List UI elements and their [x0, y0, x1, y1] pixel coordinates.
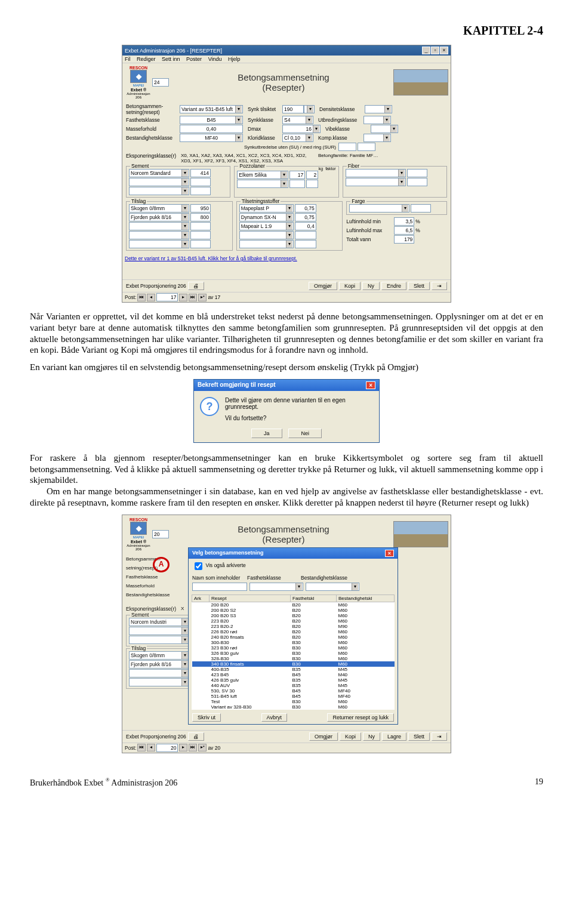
btn-ny[interactable]: Ny — [362, 282, 380, 290]
menu-rediger[interactable]: Rediger — [137, 56, 156, 62]
tilset-5[interactable] — [239, 240, 294, 248]
tilset-4v[interactable] — [295, 231, 316, 239]
bg-tilslag-4[interactable] — [129, 678, 189, 686]
nav-new[interactable]: ▸* — [198, 294, 207, 301]
bg-sement-name[interactable]: Norcem Industri — [129, 618, 189, 626]
listdlg-close-icon[interactable]: × — [385, 550, 394, 557]
sement-name2[interactable] — [129, 178, 189, 186]
fld-masse[interactable]: 0,40 — [180, 125, 243, 133]
col-fasthet[interactable]: Fasthetskl — [291, 595, 337, 602]
fld-best[interactable]: MF40 — [180, 134, 243, 142]
tilslag-1[interactable]: Skogen 0/8mm — [129, 204, 189, 212]
fld-totvann[interactable]: 179 — [394, 235, 414, 244]
btn-endre[interactable]: Endre — [381, 282, 406, 290]
menu-settinn[interactable]: Sett inn — [162, 56, 180, 62]
table-row[interactable]: 328-B30B30M60 — [192, 656, 395, 661]
col-resept[interactable]: Resept — [210, 595, 291, 602]
table-row[interactable]: 200 B20B20M60 — [192, 602, 395, 608]
nav-prev-2[interactable]: ◂ — [147, 744, 155, 751]
table-row[interactable]: 200 B20 S3B20M60 — [192, 613, 395, 618]
status-num[interactable]: 17 — [156, 293, 178, 301]
fld-sur[interactable] — [358, 143, 375, 151]
tilset-4[interactable] — [239, 231, 294, 239]
btn-avbryt[interactable]: Avbryt — [261, 713, 287, 722]
tilslag-2v[interactable]: 800 — [190, 213, 211, 221]
tilslag-5v[interactable] — [190, 240, 211, 248]
exit-icon-2[interactable]: ⇥ — [432, 732, 447, 741]
table-row[interactable]: 531-B45 luftB45MF40 — [192, 694, 395, 699]
bg-tilslag-2[interactable]: Fjorden pukk 8/16 — [129, 660, 189, 669]
bg-tilslag-1[interactable]: Skogen 0/8mm — [129, 651, 189, 660]
fld-vibe[interactable] — [371, 125, 398, 133]
table-row[interactable]: 223 B20-2B20M90 — [192, 624, 395, 629]
tilset-5v[interactable] — [295, 240, 316, 248]
btn-skrivut[interactable]: Skriv ut — [192, 713, 221, 722]
sement-val3[interactable] — [190, 187, 211, 195]
btn2-omgjor[interactable]: Omgjør — [309, 732, 338, 741]
table-row[interactable]: 300-B30B30M60 — [192, 640, 395, 645]
pozz-name2[interactable] — [237, 180, 288, 188]
print-icon-2[interactable]: 🖨 — [188, 732, 204, 741]
menu-poster[interactable]: Poster — [186, 56, 202, 62]
table-row[interactable]: TestB30M60 — [192, 699, 395, 704]
tilslag-5[interactable] — [129, 240, 189, 248]
fld-synk[interactable]: 190 — [282, 105, 304, 113]
table-row[interactable]: 223 B20B20M60 — [192, 618, 395, 624]
tilslag-4v[interactable] — [190, 231, 211, 239]
table-row[interactable]: 530, SV 30B45MF40 — [192, 688, 395, 694]
fld-fasthet[interactable]: B45 — [180, 116, 243, 124]
status-num-2[interactable]: 20 — [156, 744, 178, 752]
pozz-name[interactable]: Elkem Silika — [237, 171, 288, 179]
tilset-2v[interactable]: 0,75 — [295, 213, 316, 221]
fld-luftmin[interactable]: 3,5 — [394, 217, 414, 226]
bg-tilslag-3[interactable] — [129, 669, 189, 677]
fld-luftmax[interactable]: 6,5 — [394, 226, 414, 235]
btn-kopi[interactable]: Kopi — [339, 282, 361, 290]
pozz-fak[interactable]: 2 — [306, 171, 318, 179]
bg-sement-3[interactable] — [129, 636, 189, 644]
fld-komp[interactable] — [363, 134, 391, 142]
sement-name3[interactable] — [129, 187, 189, 195]
farge-val[interactable] — [411, 204, 431, 212]
tilslag-3[interactable] — [129, 222, 189, 230]
table-row[interactable]: 340 B30 finsatsB30M60 — [192, 661, 395, 667]
exit-icon[interactable]: ⇥ — [432, 282, 447, 290]
menu-vindu[interactable]: Vindu — [208, 56, 222, 62]
variant-link[interactable]: Dette er variant nr 1 av 531-B45 luft. K… — [122, 254, 451, 263]
filter-fasthet[interactable] — [249, 583, 303, 591]
nav-last-2[interactable]: ⏭ — [189, 744, 197, 751]
dd-synk[interactable] — [304, 105, 315, 113]
table-row[interactable]: 226 B20 rødB20M60 — [192, 629, 395, 635]
table-row[interactable]: 240 B20 finsatsB20M60 — [192, 635, 395, 640]
table-row[interactable]: 426 B35 gulvB35M45 — [192, 677, 395, 683]
pozz-kg2[interactable] — [289, 180, 305, 188]
print-icon[interactable]: 🖨 — [188, 282, 204, 290]
col-ark[interactable]: Ark — [192, 595, 210, 602]
tilslag-4[interactable] — [129, 231, 189, 239]
fld-dens[interactable] — [365, 105, 392, 113]
nav-next-2[interactable]: ▸ — [179, 744, 187, 751]
btn-ja[interactable]: Ja — [251, 429, 282, 438]
window-controls[interactable]: _▫× — [421, 47, 448, 54]
fiber-name[interactable] — [346, 169, 406, 177]
menubar[interactable]: Fil Rediger Sett inn Poster Vindu Hjelp — [122, 56, 451, 63]
nav-new-2[interactable]: ▸* — [198, 744, 207, 751]
tilslag-2[interactable]: Fjorden pukk 8/16 — [129, 213, 189, 221]
tilslag-3v[interactable] — [190, 222, 211, 230]
nav-last[interactable]: ⏭ — [189, 294, 197, 301]
btn2-slett[interactable]: Slett — [408, 732, 430, 741]
nav-first[interactable]: ⏮ — [137, 294, 146, 301]
nav-prev[interactable]: ◂ — [147, 294, 155, 301]
btn2-lagre[interactable]: Lagre — [382, 732, 406, 741]
table-row[interactable]: 440 AUVB35M45 — [192, 683, 395, 688]
fld-su[interactable] — [338, 143, 356, 151]
chk-archived[interactable]: Vis også arkiverte — [192, 562, 246, 568]
col-best[interactable]: Bestandighetskl — [337, 595, 395, 602]
tilset-1[interactable]: Mapeplast P — [239, 204, 294, 212]
tilslag-1v[interactable]: 950 — [190, 204, 211, 212]
table-row[interactable]: 423 B45B45M40 — [192, 672, 395, 677]
table-row[interactable]: 200 B20 S2B20M60 — [192, 608, 395, 613]
table-row[interactable]: Variant av 328-B30B30M60 — [192, 704, 395, 710]
table-row[interactable]: 323 B30 rødB30M60 — [192, 645, 395, 651]
fiber-val[interactable] — [407, 169, 427, 177]
